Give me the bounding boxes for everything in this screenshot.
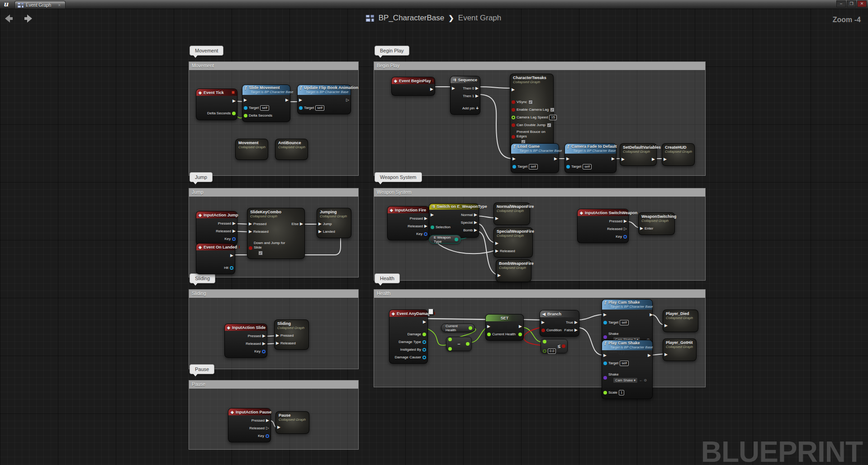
node-antibounce-cg[interactable]: AntiBounceCollapsed Graph — [275, 139, 308, 160]
op-input[interactable] — [543, 338, 556, 345]
exec-pin-icon[interactable]: ▶ — [230, 254, 233, 258]
close-button[interactable]: ✕ — [857, 0, 867, 7]
red-pin-icon[interactable] — [512, 100, 515, 104]
node-ia-slide[interactable]: ◈InputAction SlidePressed▶Released▶Key — [224, 324, 267, 358]
pin-damage-type[interactable]: Damage Type — [395, 339, 426, 345]
back-arrow-icon[interactable] — [5, 14, 16, 24]
pin[interactable] — [466, 341, 470, 347]
node-compare-op[interactable]: 0.0≤ — [541, 339, 568, 353]
exec-pin-icon[interactable]: ▶ — [277, 425, 280, 429]
pin[interactable]: ▶ — [554, 156, 557, 162]
pin[interactable] — [543, 338, 546, 344]
checkbox[interactable]: ✓ — [528, 100, 533, 104]
op-input[interactable]: 0.0 — [543, 347, 556, 355]
breadcrumb-asset[interactable]: BP_CharacterBase — [379, 14, 445, 23]
exec-pin-icon[interactable]: ▶ — [512, 88, 515, 92]
exec-pin-icon[interactable]: ▶ — [603, 353, 607, 357]
exec-pin-icon[interactable]: ▶ — [285, 98, 289, 102]
comment-title-jump[interactable]: Jump — [189, 188, 358, 197]
node-event-beginplay[interactable]: ◈Event BeginPlay▶ — [391, 77, 435, 96]
node-eweapontype-var[interactable]: E Weapon Type — [429, 235, 461, 244]
pin-pressed[interactable]: Pressed▶ — [607, 218, 627, 224]
green-pin-icon[interactable] — [512, 116, 515, 119]
tab-close-icon[interactable]: × — [58, 3, 61, 8]
purple-pin-icon[interactable] — [603, 376, 607, 380]
pin-scale[interactable]: Scale1 — [603, 390, 647, 395]
pin[interactable]: ▶ — [603, 312, 650, 318]
cyan-pin-icon[interactable] — [512, 165, 516, 169]
red-pin-icon[interactable] — [512, 135, 515, 139]
exec-pin-icon[interactable]: ▶ — [652, 157, 655, 161]
maximize-button[interactable]: ❐ — [847, 0, 856, 7]
exec-pin-icon[interactable]: ▶ — [299, 98, 302, 102]
exec-pin-icon[interactable]: ▶ — [474, 213, 477, 217]
pin-released[interactable]: Released▶ — [246, 341, 266, 347]
node-branch[interactable]: ◀Branch▶ConditionTrue▶False▶ — [540, 310, 579, 337]
node-update-flipbook[interactable]: ƒUpdate Flip Book AnimationTarget is BP … — [297, 85, 351, 114]
pin-down-and-jump-for-slide[interactable]: Down and Jump for Slide✓ — [249, 241, 292, 255]
pin[interactable]: ▶ — [664, 156, 667, 162]
green-pin-icon[interactable] — [518, 333, 522, 336]
node-createhud[interactable]: CreateHUDCollapsed Graph▶ — [662, 143, 695, 166]
pin-prevent-bouce-on-edges[interactable]: Prevent Bouce on Edges✓ — [512, 130, 557, 144]
pin-released[interactable]: Released▷ — [249, 425, 269, 431]
pin[interactable]: ▶ — [395, 319, 426, 325]
node-sliding-cg[interactable]: SlidingCollapsed Graph▶Pressed▶Released — [274, 319, 309, 350]
tab-event-graph[interactable]: Event Graph × — [14, 1, 66, 9]
pin-selection[interactable]: Selection — [431, 224, 451, 230]
pin[interactable]: ▶ — [498, 272, 501, 278]
pin[interactable]: ▶ — [621, 156, 625, 162]
exec-pin-icon[interactable]: ▶ — [495, 249, 498, 253]
node-bombweaponfire[interactable]: BombWeaponFireCollapsed Graph▶ — [496, 259, 531, 282]
node-movement-cg[interactable]: MovementCollapsed Graph — [235, 139, 268, 160]
pin[interactable]: ▶ — [430, 86, 433, 92]
pin-camera-lag-speed[interactable]: Camera Lag Speed15 — [512, 114, 557, 120]
exec-pin-icon[interactable]: ▶ — [554, 157, 557, 161]
exec-pin-icon[interactable]: ▶ — [431, 213, 434, 217]
pin-instigated-by[interactable]: Instigated By — [395, 347, 426, 352]
pin-jump[interactable]: ▶Jump — [318, 221, 335, 227]
pin[interactable]: ▶ — [566, 156, 592, 162]
green-pin-icon[interactable] — [543, 340, 546, 343]
pin-pressed[interactable]: Pressed▶ — [408, 216, 427, 221]
exec-pin-icon[interactable]: ▶ — [603, 313, 607, 317]
pin-pressed[interactable]: Pressed▶ — [249, 418, 269, 423]
exec-pin-icon[interactable]: ▶ — [318, 222, 322, 226]
exec-pin-icon[interactable]: ▶ — [512, 157, 516, 161]
pin-released[interactable]: Released▷ — [607, 226, 627, 232]
pin-key[interactable]: Key — [607, 234, 627, 240]
self-value-box[interactable]: self — [620, 320, 629, 325]
red-pin-icon[interactable] — [541, 329, 545, 332]
exec-pin-icon[interactable]: ▶ — [487, 324, 490, 329]
pin-add-pin[interactable]: Add pin+ — [462, 105, 479, 111]
cyan-pin-icon[interactable] — [230, 266, 233, 270]
comment-box-sliding[interactable]: Sliding — [189, 289, 359, 369]
node-load-game[interactable]: ƒLoad GameTarget is BP Character Base▶Ta… — [511, 143, 559, 173]
cyan-pin-icon[interactable] — [422, 340, 426, 344]
comment-title-weapon[interactable]: Weapon System — [374, 188, 705, 197]
exec-pin-icon[interactable]: ▶ — [244, 98, 247, 102]
comment-box-pause[interactable]: Pause — [189, 380, 359, 450]
purple-pin-icon[interactable] — [603, 335, 607, 339]
exec-pin-icon[interactable]: ▶ — [541, 320, 545, 324]
exec-pin-icon[interactable]: ▶ — [424, 224, 427, 228]
exec-pin-icon[interactable]: ▶ — [612, 157, 615, 161]
pin-target[interactable]: Targetself — [299, 105, 324, 111]
node-player-gothit[interactable]: Player_GotHitCollapsed Graph▶ — [663, 338, 697, 361]
exec-pin-icon[interactable]: ▶ — [276, 333, 279, 338]
green-pin-icon[interactable] — [469, 326, 472, 330]
op-input[interactable] — [448, 345, 452, 352]
comment-title-sliding[interactable]: Sliding — [189, 290, 358, 298]
pin-enter[interactable]: ▶Enter — [640, 225, 653, 231]
node-ia-switchweapon[interactable]: ◈InputAction SwitchWeaponPressed▶Release… — [577, 209, 629, 243]
pin-damage-causer[interactable]: Damage Causer — [395, 354, 426, 360]
green-pin-icon[interactable] — [487, 333, 491, 336]
node-setdefaultvariables[interactable]: SetDefaultVariablesCollapsed Graph▶▶ — [620, 143, 657, 166]
pin[interactable]: ▶ — [495, 240, 515, 246]
node-slide-movement[interactable]: ƒSlide MovementTarget is BP Character Ba… — [242, 85, 290, 122]
node-normalweaponfire[interactable]: NormalWeaponFireCollapsed Graph▶ — [493, 202, 530, 225]
exec-pin-icon[interactable]: ▶ — [519, 324, 522, 329]
pin[interactable]: ▶ — [652, 156, 655, 162]
node-camera-fade[interactable]: ƒCamera Fade to DefaultTarget is BP Char… — [564, 143, 617, 173]
pin-condition[interactable]: Condition — [541, 327, 562, 333]
